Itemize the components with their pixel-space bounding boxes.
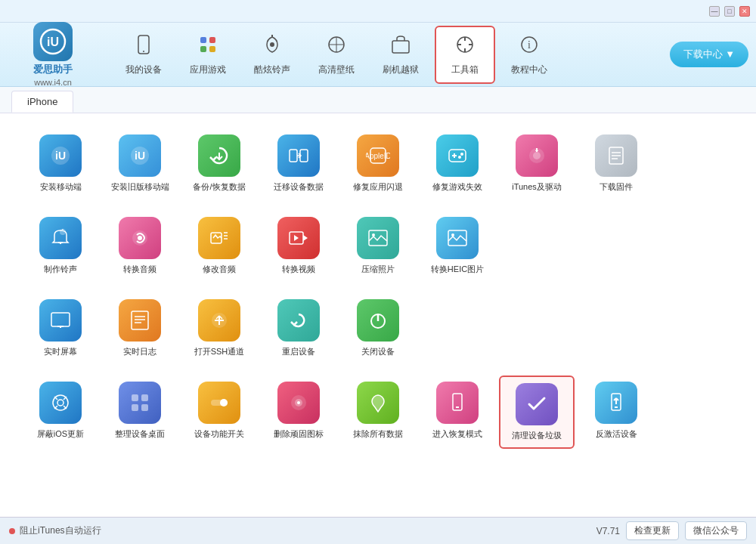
convertAudio-label: 转换音频 [123,264,156,275]
tool-itunes[interactable]: iTunes及驱动 [499,128,575,199]
firmware-label: 下载固件 [600,181,633,193]
svg-point-37 [533,152,541,159]
toolbox-icon [454,33,476,61]
tool-convertAudio[interactable]: 转换音频 [102,211,178,281]
tab-bar: iPhone [0,87,756,113]
logo-icon: iU [33,22,73,61]
svg-rect-51 [211,233,222,243]
tool-liveLog[interactable]: 实时日志 [102,293,178,363]
tool-organizeDesktop[interactable]: 整理设备桌面 [102,376,178,449]
tool-deleteIcon[interactable]: 删除顽固图标 [261,376,336,449]
itunes-label: iTunes及驱动 [512,181,562,193]
nav-item-ringtones[interactable]: 酷炫铃声 [242,27,302,82]
minimize-button[interactable]: — [709,6,720,17]
svg-point-35 [458,156,461,159]
tool-reboot[interactable]: 重启设备 [261,293,336,363]
appGames-label: 应用游戏 [190,63,226,76]
tool-liveScreen[interactable]: 实时屏幕 [23,293,98,363]
tool-backup[interactable]: 备份/恢复数据 [181,128,257,199]
svg-rect-5 [209,37,215,43]
tool-editAudio[interactable]: 修改音频 [181,211,257,281]
myDevice-icon [132,33,155,61]
installOldApp-icon: iU [119,134,161,177]
reboot-label: 重启设备 [282,346,315,357]
installApp-label: 安装移动端 [40,181,82,193]
jailbreak-icon [389,33,412,61]
tool-toggleFeature[interactable]: 设备功能开关 [181,376,257,449]
tool-convertVideo[interactable]: 转换视频 [261,211,336,281]
svg-point-47 [60,229,66,235]
nav-item-jailbreak[interactable]: 刷机越狱 [370,27,431,82]
ssh-icon [198,299,240,342]
backup-label: 备份/恢复数据 [193,181,245,193]
organizeDesktop-label: 整理设备桌面 [115,428,165,440]
appGames-icon [197,33,219,61]
tool-blockUpdate[interactable]: 屏蔽iOS更新 [23,376,98,449]
compressPhoto-label: 压缩照片 [361,264,395,275]
svg-rect-85 [141,404,148,411]
tutorial-label: 教程中心 [511,63,547,76]
maximize-button[interactable]: □ [724,6,735,17]
ringtone-label: 制作铃声 [44,264,77,275]
wallpaper-icon [325,33,348,61]
tool-migrate[interactable]: 迁移设备数据 [261,128,336,199]
svg-rect-31 [449,150,466,162]
compressPhoto-icon [357,217,399,259]
blockUpdate-icon [39,382,82,424]
svg-point-87 [220,399,228,406]
tool-repairGame[interactable]: 修复游戏失效 [420,128,495,199]
toggleFeature-icon [198,382,240,424]
tool-cleanJunk[interactable]: 清理设备垃圾 [499,376,575,449]
tool-ringtone[interactable]: 制作铃声 [23,211,98,281]
tool-compressPhoto[interactable]: 压缩照片 [340,211,416,281]
tool-installOldApp[interactable]: iU安装旧版移动端 [102,128,178,199]
svg-rect-6 [200,46,206,52]
nav-item-appGames[interactable]: 应用游戏 [178,27,238,82]
convertVideo-label: 转换视频 [282,264,315,275]
svg-point-8 [270,42,274,47]
status-text: 阻止iTunes自动运行 [20,524,101,537]
wechat-btn[interactable]: 微信公众号 [685,521,747,540]
tool-repairApp[interactable]: AppleID修复应用闪退 [340,128,416,199]
tab-iphone[interactable]: iPhone [11,91,73,113]
check-update-btn[interactable]: 检查更新 [626,521,679,540]
status-bar: 阻止iTunes自动运行 V7.71 检查更新 微信公众号 [0,517,756,544]
svg-point-77 [57,400,64,406]
liveScreen-icon [39,299,82,342]
tool-recoveryMode[interactable]: 进入恢复模式 [420,376,495,449]
tool-row-0: iU安装移动端iU安装旧版移动端备份/恢复数据迁移设备数据AppleID修复应用… [23,128,733,199]
nav-item-toolbox[interactable]: 工具箱 [435,26,495,84]
tool-wipeData[interactable]: 抹除所有数据 [340,376,416,449]
tool-firmware[interactable]: 下载固件 [578,128,654,199]
svg-text:iU: iU [47,36,59,48]
reboot-icon [277,299,320,342]
title-bar: — □ ✕ [0,0,756,23]
installApp-icon: iU [39,134,82,177]
svg-rect-62 [51,313,70,326]
nav-item-myDevice[interactable]: 我的设备 [113,27,174,82]
firmware-icon [595,134,637,177]
tool-row-2: 实时屏幕实时日志打开SSH通道重启设备关闭设备 [23,293,733,363]
itunes-icon [516,134,558,177]
nav-item-tutorial[interactable]: i教程中心 [499,27,559,82]
tool-ssh[interactable]: 打开SSH通道 [181,293,257,363]
tool-installApp[interactable]: iU安装移动端 [23,128,98,199]
cleanJunk-label: 清理设备垃圾 [512,430,562,441]
close-button[interactable]: ✕ [739,6,750,17]
svg-rect-4 [200,37,206,43]
svg-marker-57 [294,235,299,241]
status-left: 阻止iTunes自动运行 [9,524,101,537]
svg-text:iU: iU [55,150,66,162]
deleteIcon-icon [277,382,320,424]
ssh-label: 打开SSH通道 [194,346,245,357]
liveLog-label: 实时日志 [123,346,156,357]
tool-convertHeic[interactable]: 转换HEIC图片 [420,211,495,281]
convertHeic-label: 转换HEIC图片 [431,264,484,275]
ringtones-icon [261,33,284,61]
tool-shutdown[interactable]: 关闭设备 [340,293,416,363]
tool-deactivate[interactable]: 反激活设备 [578,376,654,449]
download-btn[interactable]: 下载中心 ▼ [670,42,748,67]
tool-row-3: 屏蔽iOS更新整理设备桌面设备功能开关删除顽固图标抹除所有数据进入恢复模式清理设… [23,376,733,449]
nav-item-wallpaper[interactable]: 高清壁纸 [306,27,367,82]
wipeData-icon [357,382,399,424]
